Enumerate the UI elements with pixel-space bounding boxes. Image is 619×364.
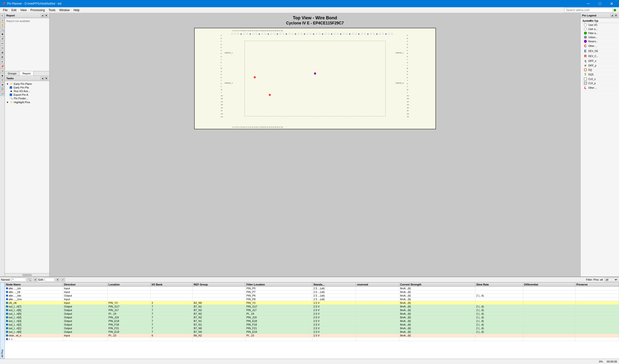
- tool-zoom[interactable]: 🔍: [0, 27, 5, 32]
- tool-pointer[interactable]: ↖: [0, 14, 5, 18]
- svg-text:P: P: [407, 73, 408, 75]
- tool-highlight[interactable]: ◈: [0, 73, 5, 78]
- table-row[interactable]: out_l...rt[6]OutputPIN_J177B7_N2PIN_J172…: [5, 308, 619, 312]
- legend-type-fitter: Fitter a...: [588, 32, 617, 35]
- titlebar: 📌 Pin Planner - D:/intelFPGA/lsd/lsd/lsd…: [0, 0, 619, 7]
- table-row[interactable]: alte...._tmsInputPIN_P82.5 ...(ult)8mA..…: [5, 297, 619, 301]
- table-row[interactable]: out_l...rt[0]OutputPIN_E197B7_N0PIN_E192…: [5, 330, 619, 334]
- col-standard: Standa...: [312, 282, 356, 287]
- menu-file[interactable]: File: [1, 8, 9, 12]
- legend-sym-dev-oe: E: [582, 49, 588, 53]
- tool-cross[interactable]: ✚: [0, 32, 5, 36]
- close-button[interactable]: ✕: [606, 0, 617, 7]
- chip-view: Top View - Wire Bond Cyclone IV E - EP4C…: [50, 13, 580, 277]
- table-row[interactable]: out_l...rt[5]OutputPI...197B7_N2PI...192…: [5, 312, 619, 316]
- svg-text:AE: AE: [407, 107, 409, 109]
- legend-type-dqs: DQS: [588, 73, 617, 76]
- tasks-icon-2[interactable]: ✕: [44, 77, 48, 80]
- svg-point-72: [361, 33, 363, 35]
- table-row[interactable]: rese...et_nInputPI...236B6_N2PI...232.5 …: [5, 334, 619, 337]
- table-row[interactable]: alte...._tdiInputPIN_P72.5 ...(ult)8mA..…: [5, 290, 619, 294]
- svg-marker-38: [258, 33, 260, 35]
- tool-select[interactable]: ⊹: [0, 18, 5, 23]
- table-row[interactable]: out_l...rt[4]OutputPIN_J197B7_N2PIN_J192…: [5, 316, 619, 319]
- table-row[interactable]: alte...._tdoOutputPIN_P62.5 ...(ult)8mA.…: [5, 294, 619, 297]
- tool-hand[interactable]: ✋: [0, 23, 5, 27]
- named-search-btn[interactable]: 🔍: [27, 278, 32, 281]
- search-input[interactable]: [564, 8, 613, 13]
- maximize-button[interactable]: □: [594, 0, 605, 7]
- legend-sym-dq: [582, 68, 588, 71]
- tool-layers[interactable]: ≡: [0, 59, 5, 64]
- report-icon-1[interactable]: ◂: [41, 14, 44, 17]
- task-export-pin[interactable]: Export Pin A: [5, 93, 49, 97]
- tab-report[interactable]: Report: [20, 71, 34, 76]
- task-folder-icon: 📁: [10, 82, 13, 85]
- menu-window[interactable]: Window: [57, 8, 71, 12]
- tool-undo[interactable]: ↩: [0, 41, 5, 45]
- menu-help[interactable]: Help: [71, 8, 82, 12]
- tab-groups[interactable]: Groups: [5, 71, 20, 76]
- task-highlight-pins[interactable]: ▼ 📁 Highlight Pins: [5, 100, 49, 104]
- report-content: Report not available: [5, 18, 49, 71]
- chip-diagram[interactable]: 1 2 3 4 5 6 7 8 9 10 11 12 13 14 15 16 1…: [194, 28, 436, 129]
- tool-grid[interactable]: ⊞: [0, 50, 5, 55]
- legend-type-other-c: Other ...: [588, 45, 617, 47]
- task-early-pin-item[interactable]: Early Pin Pla: [5, 86, 49, 89]
- table-row[interactable]: out_l...rt[7]OutputPIN_G177B7_N1PIN_G172…: [5, 305, 619, 308]
- legend-row-dev-c: R DEV_C...: [581, 54, 618, 59]
- minimize-button[interactable]: ─: [583, 0, 594, 7]
- task-early-pin-planner-group[interactable]: ▼ 📁 Early Pin Plann: [5, 82, 49, 86]
- legend-icon-2[interactable]: ✕: [614, 14, 618, 17]
- tasks-icon-1[interactable]: ◂: [41, 77, 44, 80]
- edit-input[interactable]: [45, 278, 54, 281]
- legend-sym-dev-c: R: [582, 54, 588, 58]
- svg-point-52: [301, 33, 302, 35]
- tasks-scrollbar[interactable]: [5, 273, 49, 277]
- tool-redo[interactable]: ↪: [0, 46, 5, 50]
- menu-edit[interactable]: Edit: [9, 8, 18, 12]
- table-row[interactable]: out_l...rt[2]OutputPIN_F187B7_N1PIN_F182…: [5, 323, 619, 326]
- tool-rotate[interactable]: ↺: [0, 37, 5, 41]
- named-x-btn[interactable]: ✕: [33, 278, 38, 281]
- named-input[interactable]: [11, 278, 26, 281]
- tool-filter[interactable]: ▽: [0, 78, 5, 82]
- report-icon-2[interactable]: ✕: [44, 14, 48, 17]
- task-pin-finder[interactable]: 🔍 Pin Finder...: [5, 97, 49, 100]
- menu-view[interactable]: View: [18, 8, 28, 12]
- svg-text:U: U: [221, 83, 222, 84]
- row-icon: [6, 320, 8, 322]
- legend-row-fitter: Fitter a...: [581, 31, 618, 35]
- tool-misc[interactable]: ⊕: [0, 83, 5, 87]
- tool-connect[interactable]: ⊃: [0, 69, 5, 73]
- menu-processing[interactable]: Processing: [28, 8, 47, 12]
- menu-tools[interactable]: Tools: [47, 8, 57, 12]
- task-blue-sq-1: [10, 86, 12, 89]
- assigned-pin-2[interactable]: [269, 94, 271, 96]
- row-icon: [6, 335, 8, 336]
- tool-info[interactable]: ⓘ: [0, 87, 5, 91]
- legend-sym-dqs: S: [582, 72, 588, 76]
- table-row[interactable]: out_l...rt[1]OutputPIN_F217B7_N0PIN_F212…: [5, 326, 619, 330]
- tool-pin[interactable]: 📌: [0, 64, 5, 68]
- svg-text:1 2 3 4 5 6 7 8 9 10 11 12 13 : 1 2 3 4 5 6 7 8 9 10 11 12 13 14 15 16 1…: [232, 126, 283, 128]
- tool-link[interactable]: 🔗: [0, 92, 5, 96]
- legend-type-reserv: Reserv...: [588, 40, 617, 43]
- edit-check-btn[interactable]: ✓: [61, 278, 65, 281]
- table-row[interactable]: alte...._tckInputPIN_P52.5 ...(ult)8mA..…: [5, 287, 619, 290]
- table-row[interactable]: out_l...rt[3]OutputPIN_E187B7_N1PIN_E182…: [5, 319, 619, 323]
- legend-row-other-c: C Other ...: [581, 43, 618, 49]
- assigned-pin-1[interactable]: [254, 76, 255, 78]
- table-row[interactable]: <>: [5, 337, 619, 341]
- all-pins-tab[interactable]: All Pins: [0, 282, 5, 359]
- filter-dropdown[interactable]: all Input Output: [605, 278, 618, 281]
- svg-text:K: K: [407, 62, 408, 63]
- task-highlight-icon: 📁: [10, 100, 13, 104]
- pin-table-container[interactable]: Node Name Direction Location I/O Bank RE…: [5, 282, 619, 359]
- edit-x-btn[interactable]: ✕: [55, 278, 60, 281]
- legend-icon-1[interactable]: ◂: [610, 14, 614, 17]
- tool-settings[interactable]: ⚙: [0, 55, 5, 59]
- task-run-io[interactable]: ▶ Run I/O Ass...: [5, 89, 49, 93]
- table-row[interactable]: clk_clkInputPIN_Y22B2_N0PIN_Y22.5 V8mA..…: [5, 301, 619, 305]
- legend-row-diff-n: ŋ DIFF_n: [581, 59, 618, 63]
